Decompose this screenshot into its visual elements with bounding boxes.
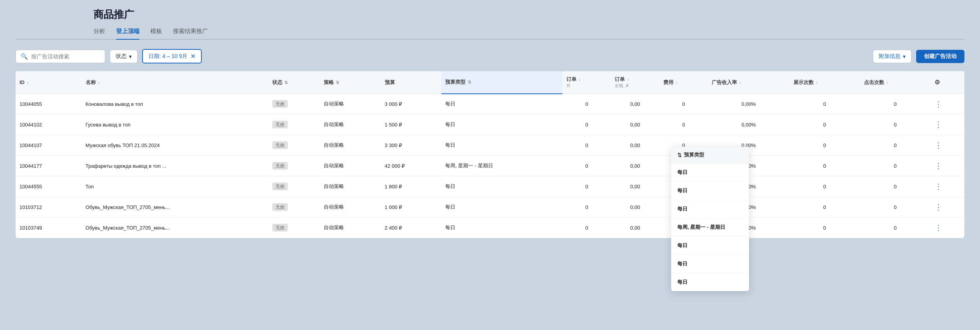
- cell-clicks: 0: [860, 197, 931, 218]
- status-filter-button[interactable]: 状态 ▾: [110, 50, 137, 63]
- tab-analysis[interactable]: 分析: [93, 28, 105, 39]
- cell-impressions: 0: [790, 156, 860, 176]
- sort-icon: ↕: [579, 77, 581, 82]
- table-row: 10044102 Гусева вывод в топ 无效 自动策略 1 50…: [16, 114, 964, 135]
- sort-icon: ↕: [27, 80, 29, 85]
- col-header-budget[interactable]: 预算: [381, 71, 441, 94]
- cell-menu[interactable]: ⋮: [931, 135, 964, 156]
- popup-item[interactable]: 每日: [671, 255, 749, 273]
- popup-item[interactable]: 每日: [671, 163, 749, 182]
- popup-item[interactable]: 每日: [671, 237, 749, 255]
- cell-budget: 2 400 ₽: [381, 218, 441, 238]
- cell-menu[interactable]: ⋮: [931, 197, 964, 218]
- more-options-icon[interactable]: ⋮: [934, 120, 942, 129]
- tab-template[interactable]: 模板: [150, 28, 162, 39]
- cell-name: Обувь_Мужская_ТОП_2705_мень...: [82, 218, 268, 238]
- cell-menu[interactable]: ⋮: [931, 94, 964, 114]
- tab-top[interactable]: 登上顶端: [116, 28, 139, 39]
- cell-budget: 1 000 ₽: [381, 197, 441, 218]
- cell-menu[interactable]: ⋮: [931, 218, 964, 238]
- sort-icon: ↕: [627, 77, 629, 82]
- cell-id: 10103749: [16, 218, 82, 238]
- more-options-icon[interactable]: ⋮: [934, 182, 942, 191]
- more-options-icon[interactable]: ⋮: [934, 223, 942, 232]
- cell-ad-revenue: 0,00%: [708, 114, 789, 135]
- cell-status: 无效: [268, 94, 320, 114]
- cell-status: 无效: [268, 135, 320, 156]
- search-input[interactable]: [31, 53, 100, 60]
- col-header-clicks[interactable]: 点击次数 ↕: [860, 71, 931, 94]
- cell-orders-amount: 0,00: [611, 156, 659, 176]
- col-header-name[interactable]: 名称 ↕: [82, 71, 268, 94]
- cell-orders-amount: 0,00: [611, 218, 659, 238]
- close-icon[interactable]: ✕: [190, 53, 196, 60]
- cell-strategy: 自动策略: [320, 114, 381, 135]
- more-options-icon[interactable]: ⋮: [934, 141, 942, 149]
- search-icon: 🔍: [21, 53, 28, 60]
- col-header-orders-count[interactable]: 订单 ↕ 件: [562, 71, 611, 94]
- sort-icon: ⇅: [468, 80, 471, 84]
- popup-item[interactable]: 每日: [671, 200, 749, 218]
- cell-name: Гусева вывод в топ: [82, 114, 268, 135]
- sort-icon: ⇅: [336, 80, 339, 85]
- col-header-strategy[interactable]: 策略 ⇅: [320, 71, 381, 94]
- cell-clicks: 0: [860, 176, 931, 197]
- cell-impressions: 0: [790, 135, 860, 156]
- additional-info-button[interactable]: 附加信息 ▾: [873, 50, 911, 63]
- more-options-icon[interactable]: ⋮: [934, 203, 942, 211]
- cell-budget-type: 每日: [441, 176, 562, 197]
- cell-id: 10044555: [16, 176, 82, 197]
- tab-search[interactable]: 搜索结果推广: [173, 28, 208, 39]
- cell-impressions: 0: [790, 114, 860, 135]
- col-header-cost[interactable]: 费用 ↕: [659, 71, 708, 94]
- col-header-orders-amount[interactable]: 订单 ↕ 全额, ₽: [611, 71, 659, 94]
- cell-clicks: 0: [860, 135, 931, 156]
- cell-strategy: 自动策略: [320, 197, 381, 218]
- cell-orders-amount: 0,00: [611, 176, 659, 197]
- cell-status: 无效: [268, 114, 320, 135]
- cell-id: 10044102: [16, 114, 82, 135]
- popup-item[interactable]: 每日: [671, 273, 749, 291]
- date-filter[interactable]: 日期: 4 – 10 9月 ✕: [142, 49, 202, 63]
- more-options-icon[interactable]: ⋮: [934, 100, 942, 108]
- cell-ad-revenue: 0,00%: [708, 94, 789, 114]
- cell-cost: 0: [659, 114, 708, 135]
- col-header-budget-type[interactable]: 预算类型 ⇅ ⇅ 预算类型 每日 每日 每日 每周, 星期一 - 星期日: [441, 71, 562, 94]
- col-header-impressions[interactable]: 展示次数 ↕: [790, 71, 860, 94]
- col-header-id[interactable]: ID ↕: [16, 71, 82, 94]
- gear-icon[interactable]: ⚙: [934, 79, 940, 86]
- cell-orders-count: 0: [562, 135, 611, 156]
- cell-impressions: 0: [790, 197, 860, 218]
- cell-menu[interactable]: ⋮: [931, 176, 964, 197]
- col-header-settings[interactable]: ⚙: [931, 71, 964, 94]
- more-options-icon[interactable]: ⋮: [934, 161, 942, 170]
- search-box[interactable]: 🔍: [16, 50, 105, 63]
- cell-budget: 42 000 ₽: [381, 156, 441, 176]
- cell-name: Обувь_Мужская_ТОП_2705_мень...: [82, 197, 268, 218]
- popup-item[interactable]: 每周, 星期一 - 星期日: [671, 218, 749, 237]
- col-header-status[interactable]: 状态 ⇅: [268, 71, 320, 94]
- cell-strategy: 自动策略: [320, 176, 381, 197]
- cell-budget-type: 每日: [441, 197, 562, 218]
- cell-id: 10044177: [16, 156, 82, 176]
- table-row: 10044555 Топ 无效 自动策略 1 800 ₽ 每日 0 0,00 0…: [16, 176, 964, 197]
- cell-orders-count: 0: [562, 114, 611, 135]
- cell-budget-type: 每日: [441, 94, 562, 114]
- cell-status: 无效: [268, 218, 320, 238]
- sort-icon: ↕: [816, 80, 818, 85]
- cell-menu[interactable]: ⋮: [931, 114, 964, 135]
- table-row: 10044055 Коновалова вывод в топ 无效 自动策略 …: [16, 94, 964, 114]
- cell-strategy: 自动策略: [320, 135, 381, 156]
- create-campaign-button[interactable]: 创建广告活动: [916, 50, 964, 63]
- cell-cost: 0: [659, 94, 708, 114]
- cell-strategy: 自动策略: [320, 94, 381, 114]
- cell-menu[interactable]: ⋮: [931, 156, 964, 176]
- cell-budget-type: 每日: [441, 114, 562, 135]
- col-header-ad-revenue[interactable]: 广告收入率 ↕: [708, 71, 789, 94]
- cell-orders-amount: 0,00: [611, 197, 659, 218]
- cell-orders-count: 0: [562, 176, 611, 197]
- popup-item[interactable]: 每日: [671, 182, 749, 200]
- cell-status: 无效: [268, 197, 320, 218]
- cell-impressions: 0: [790, 176, 860, 197]
- status-label: 状态: [116, 53, 127, 60]
